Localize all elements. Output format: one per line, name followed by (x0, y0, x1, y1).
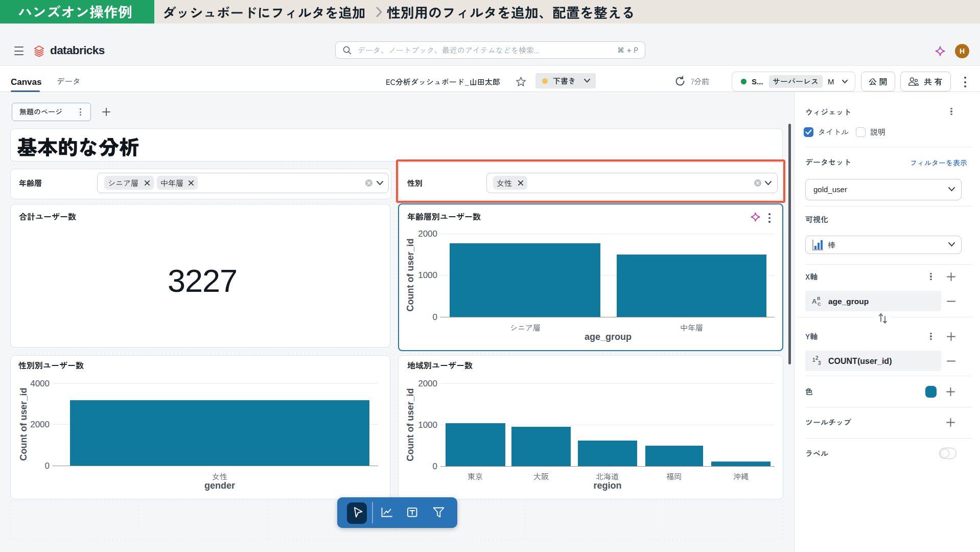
svg-text:B: B (817, 296, 821, 301)
svg-text:A: A (812, 297, 817, 305)
svg-text:C: C (818, 302, 821, 307)
svg-text:3: 3 (818, 360, 821, 366)
